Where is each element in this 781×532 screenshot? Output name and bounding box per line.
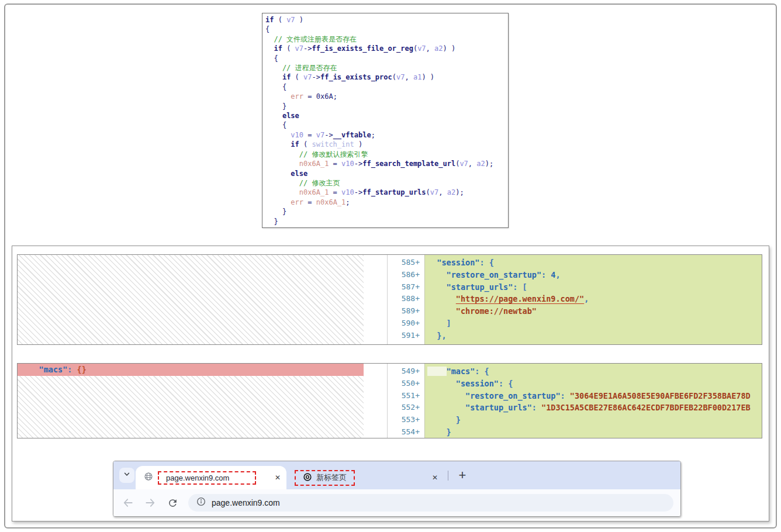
code-line: {	[265, 120, 508, 130]
screenshot-root: if ( v7 ){ // 文件或注册表是否存在 if ( v7->ff_is_…	[0, 0, 781, 532]
decompiler-window: if ( v7 ){ // 文件或注册表是否存在 if ( v7->ff_is_…	[262, 13, 509, 228]
code-line: // 修改主页	[265, 178, 508, 188]
tab-close-button[interactable]: ✕	[432, 474, 438, 481]
code-line: }	[265, 217, 508, 226]
code-line: {	[265, 82, 508, 92]
tab-close-button[interactable]: ✕	[275, 474, 281, 481]
diff-line: }	[427, 414, 762, 426]
browser-window: page.wenxin9.com ✕ 新标签页	[113, 461, 681, 517]
info-icon[interactable]	[196, 497, 206, 509]
diff-line: "session": {	[427, 257, 762, 269]
diff-line: "startup_urls": "1D3C15A5CBE27E86AC642EC…	[427, 402, 762, 414]
code-line: err = n0x6A_1;	[265, 198, 508, 207]
back-button[interactable]	[122, 496, 134, 509]
diff-removed-line: "macs": {}	[18, 364, 364, 376]
tab-inactive[interactable]: 新标签页 ✕	[289, 466, 444, 489]
tab-active[interactable]: page.wenxin9.com ✕	[136, 466, 286, 489]
code-line: n0x6A_1 = v10->ff_startup_urls(v7, a2);	[265, 188, 508, 197]
red-dashed-highlight: 新标签页	[295, 470, 355, 486]
decompiled-code: if ( v7 ){ // 文件或注册表是否存在 if ( v7->ff_is_…	[262, 13, 508, 226]
line-number: 587+	[388, 281, 420, 293]
code-line: // 文件或注册表是否存在	[265, 34, 508, 44]
code-line: else	[265, 169, 508, 178]
code-line: }	[265, 102, 508, 111]
forward-button[interactable]	[144, 496, 157, 509]
line-number: 553+	[388, 414, 420, 426]
diff-line: ]	[427, 317, 762, 330]
address-bar[interactable]: page.wenxin9.com	[188, 494, 673, 512]
diff-line: "session": {	[427, 378, 762, 390]
code-line: if ( switch_int )	[265, 140, 508, 149]
reload-button[interactable]	[166, 496, 179, 509]
tab-title: page.wenxin9.com	[166, 474, 229, 482]
line-number: 549+	[388, 365, 420, 378]
analysis-report-panel: 585+586+587+588+589+590+591+ "session": …	[12, 246, 769, 521]
diff-line: "chrome://newtab"	[427, 305, 762, 317]
line-number: 550+	[388, 378, 420, 390]
diff-empty-hatch	[18, 376, 364, 438]
diff-line-numbers: 585+586+587+588+589+590+591+	[388, 255, 424, 344]
code-line: err = 0x6A;	[265, 92, 508, 101]
code-line: {	[265, 54, 508, 63]
chevron-down-icon	[123, 470, 131, 481]
line-number: 590+	[388, 317, 420, 330]
diff-panel-macs: "macs": {} 549+550+551+552+553+554+ "mac…	[17, 363, 762, 438]
code-line: v10 = v7->__vftable;	[265, 130, 508, 140]
globe-icon	[144, 472, 153, 483]
tab-search-button[interactable]	[119, 468, 134, 483]
diff-added-code: "macs": { "session": { "restore_on_start…	[424, 364, 762, 438]
line-number: 554+	[388, 426, 420, 438]
diff-added-code: "session": { "restore_on_startup": 4, "s…	[424, 255, 762, 344]
code-line: // 进程是否存在	[265, 63, 508, 72]
line-number: 589+	[388, 305, 420, 317]
diff-removed-text: "macs": {}	[20, 364, 364, 376]
tab-strip: page.wenxin9.com ✕ 新标签页	[113, 461, 680, 489]
diff-line-numbers: 549+550+551+552+553+554+	[388, 364, 424, 438]
line-number: 588+	[388, 293, 420, 305]
url-text: page.wenxin9.com	[212, 498, 280, 507]
diff-old-pane: "macs": {}	[18, 364, 388, 438]
code-line: // 修改默认搜索引擎	[265, 150, 508, 159]
diff-panel-preferences: 585+586+587+588+589+590+591+ "session": …	[17, 254, 762, 345]
code-line: else	[265, 111, 508, 120]
new-tab-button[interactable]: +	[455, 468, 470, 483]
browser-toolbar: page.wenxin9.com	[113, 489, 680, 516]
code-line: if ( v7->ff_is_exists_proc(v7, a1) )	[265, 72, 508, 82]
diff-line: "restore_on_startup": "3064E9E1A6A508E5E…	[427, 390, 762, 402]
code-line: n0x6A_1 = v10->ff_search_template_url(v7…	[265, 159, 508, 168]
line-number: 586+	[388, 269, 420, 281]
line-number: 552+	[388, 402, 420, 414]
code-line: }	[265, 207, 508, 216]
code-line: if ( v7 )	[265, 15, 508, 25]
line-number: 551+	[388, 390, 420, 402]
diff-line: "restore_on_startup": 4,	[427, 269, 762, 281]
target-icon	[303, 472, 312, 483]
line-number: 585+	[388, 257, 420, 269]
tab-title: 新标签页	[316, 472, 347, 483]
code-line: if ( v7->ff_is_exists_file_or_reg(v7, a2…	[265, 44, 508, 53]
diff-line: }	[427, 426, 762, 438]
red-dashed-highlight: page.wenxin9.com	[158, 471, 256, 485]
diff-line: "startup_urls": [	[427, 281, 762, 293]
tab-separator	[448, 471, 448, 481]
diff-line: "https://page.wenxin9.com/",	[427, 293, 762, 305]
diff-line: "macs": {	[427, 365, 762, 378]
diff-empty-hatch	[18, 255, 364, 344]
diff-line: },	[427, 330, 762, 342]
code-line: {	[265, 25, 508, 34]
line-number: 591+	[388, 330, 420, 342]
diff-old-pane	[18, 255, 388, 344]
